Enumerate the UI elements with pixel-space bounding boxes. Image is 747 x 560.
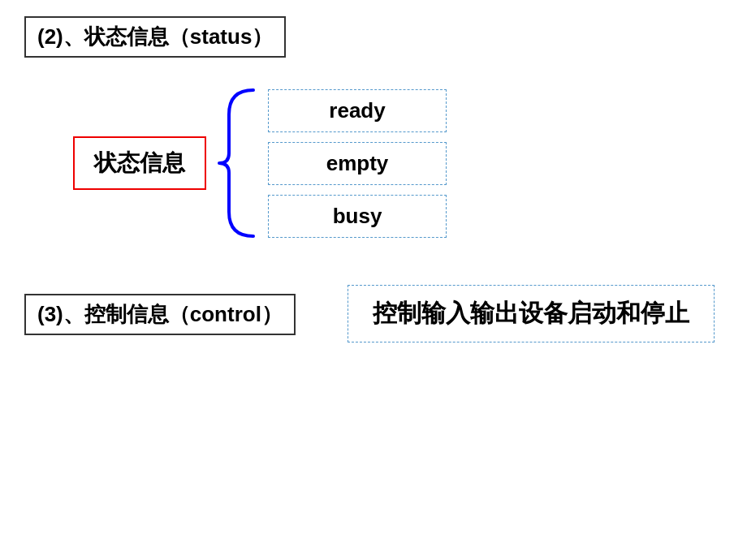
section3-heading-bold: control: [190, 302, 261, 326]
brace-icon: [213, 82, 261, 244]
section2-heading: (2)、状态信息（status）: [24, 16, 286, 58]
status-items-list: ready empty busy: [268, 89, 447, 238]
status-item-empty: empty: [268, 142, 447, 185]
section3-heading: (3)、控制信息（control）: [24, 294, 296, 335]
section2-heading-end: ）: [252, 24, 273, 49]
page-container: (2)、状态信息（status） 状态信息 ready empty busy (…: [0, 0, 747, 560]
control-box: 控制输入输出设备启动和停止: [348, 285, 715, 342]
status-item-busy: busy: [268, 195, 447, 238]
diagram-area: 状态信息 ready empty busy: [73, 82, 723, 244]
section2-heading-bold: status: [190, 24, 253, 49]
section2-heading-text-cn: (2)、状态信息（: [37, 24, 190, 49]
section3-heading-text-cn: (3)、控制信息（: [37, 302, 190, 326]
state-box: 状态信息: [73, 136, 206, 190]
status-item-ready: ready: [268, 89, 447, 132]
section3-heading-end: ）: [261, 302, 283, 326]
